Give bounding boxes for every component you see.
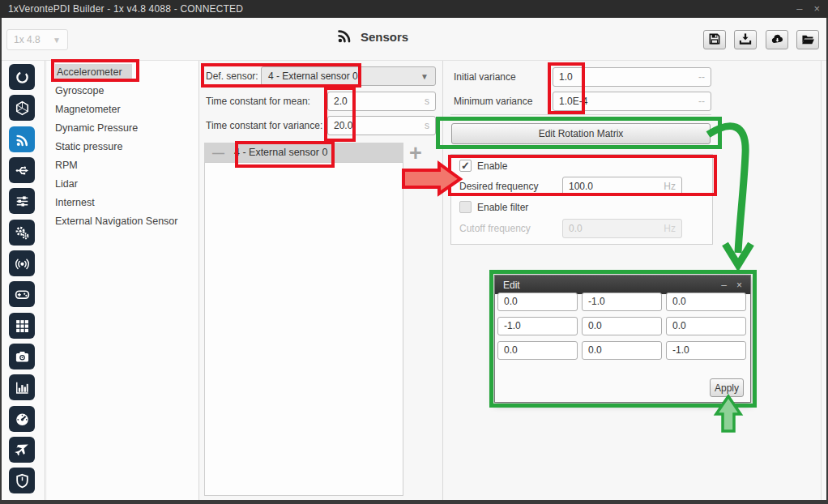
nav-grid-icon[interactable] (9, 313, 35, 339)
sensor-tab-magnetometer[interactable]: Magnetometer (49, 100, 198, 119)
download-icon (739, 32, 752, 48)
rss-icon (335, 28, 353, 46)
nav-gamepad-icon[interactable] (9, 281, 35, 307)
cloud-download-icon (770, 32, 784, 48)
close-icon[interactable]: × (813, 0, 820, 18)
nav-bar-chart-icon[interactable] (9, 374, 35, 400)
nav-sliders-icon[interactable] (9, 188, 35, 214)
annotation-green-box-dialog (489, 270, 757, 408)
sensor-list-body (204, 162, 403, 496)
cutoff-frequency-label: Cutoff frequency (459, 223, 531, 234)
unit-label: Hz (664, 223, 676, 234)
titlebar: 1xVerontePDI Builder - 1x v4.8 4088 - CO… (0, 0, 828, 18)
sensor-tab-internest[interactable]: Internest (49, 194, 198, 212)
unit-label: -- (698, 71, 705, 83)
initial-variance-label: Initial variance (454, 71, 516, 83)
nav-camera-icon[interactable] (9, 344, 35, 369)
open-folder-icon (801, 32, 815, 48)
page-title: Sensors (361, 30, 408, 44)
annotation-red-box-time-constants (324, 87, 356, 142)
cutoff-frequency-row: Cutoff frequency 0.0 Hz (459, 219, 682, 238)
add-icon[interactable]: + (409, 141, 422, 166)
sensor-tab-gyroscope[interactable]: Gyroscope (49, 82, 198, 100)
panel-edge (821, 61, 822, 500)
annotation-red-box-list-item (235, 141, 335, 168)
unit-label: s (425, 96, 429, 107)
annotation-red-box-accelerometer (51, 59, 139, 82)
nav-hexagon-mesh-icon[interactable] (9, 95, 35, 121)
sensor-tab-static-pressure[interactable]: Static pressure (49, 138, 198, 156)
nav-shield-icon[interactable] (9, 468, 35, 493)
download-button[interactable] (734, 30, 757, 49)
nav-gauge-icon[interactable] (9, 406, 35, 432)
enable-filter-checkbox[interactable] (459, 201, 472, 213)
open-folder-button[interactable] (796, 30, 819, 49)
unit-label: -- (698, 96, 705, 107)
version-selector-value: 1x 4.8 (14, 34, 41, 45)
time-mean-label: Time constant for mean: (206, 96, 310, 107)
section-divider (450, 114, 711, 115)
time-mean-row: Time constant for mean: 2.0 s (206, 92, 436, 111)
minimize-icon[interactable]: – (796, 0, 802, 18)
nav-gears-icon[interactable] (9, 220, 35, 246)
remove-icon[interactable]: — (204, 146, 234, 160)
time-variance-label: Time constant for variance: (206, 120, 322, 131)
sensor-tab-lidar[interactable]: Lidar (49, 175, 198, 194)
annotation-green-box-edit-rotation (436, 117, 722, 149)
minimum-variance-label: Minimum variance (454, 96, 532, 107)
save-button[interactable] (703, 30, 726, 49)
window-title: 1xVerontePDI Builder - 1x v4.8 4088 - CO… (8, 3, 785, 15)
nav-power-icon[interactable] (9, 64, 35, 90)
chevron-down-icon: ▼ (420, 72, 429, 81)
cutoff-frequency-input: 0.0 Hz (562, 219, 682, 238)
version-selector[interactable]: 1x 4.8 ▼ (6, 29, 68, 50)
app-window: 1xVerontePDI Builder - 1x v4.8 4088 - CO… (0, 0, 828, 504)
chevron-down-icon: ▼ (53, 36, 61, 45)
nav-podcast-icon[interactable] (9, 250, 35, 276)
annotation-red-box-variances (548, 62, 585, 114)
time-variance-row: Time constant for variance: 20.0 s (206, 116, 436, 135)
sensor-tab-rpm[interactable]: RPM (49, 156, 198, 175)
enable-filter-label: Enable filter (477, 202, 528, 213)
cloud-download-button[interactable] (766, 30, 788, 49)
sensor-tab-external-navigation-sensor[interactable]: External Navigation Sensor (49, 212, 198, 231)
unit-label: s (425, 120, 429, 131)
save-icon (708, 32, 721, 48)
nav-plane-icon[interactable] (9, 437, 35, 463)
sensor-tab-dynamic-pressure[interactable]: Dynamic Pressure (49, 119, 198, 138)
nav-sensors-icon[interactable] (9, 126, 35, 152)
annotation-red-box-enable-frequency (448, 155, 717, 196)
enable-filter-row: Enable filter (459, 201, 528, 213)
nav-usb-icon[interactable] (9, 157, 35, 183)
annotation-red-box-def-sensor (201, 63, 361, 88)
page-header: Sensors (335, 28, 408, 46)
